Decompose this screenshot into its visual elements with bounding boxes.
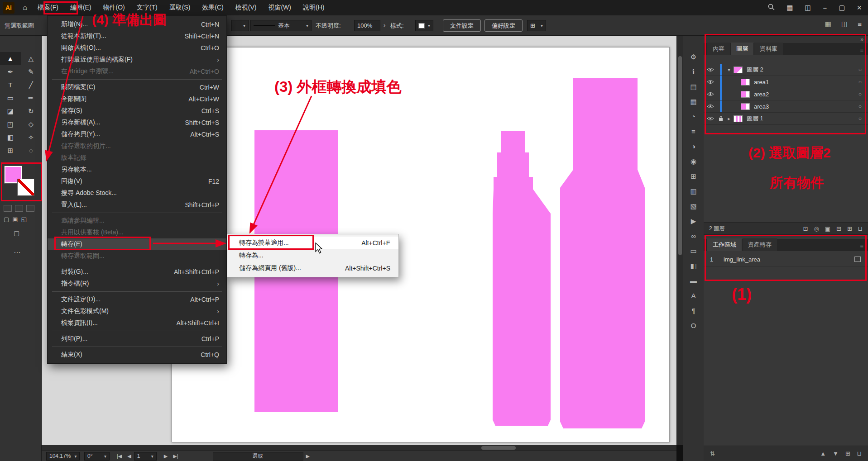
artboards-icon[interactable]: ▤ — [683, 79, 704, 94]
panel-menu-icon[interactable]: ≡ — [860, 47, 863, 55]
artboard-row[interactable]: 1 img_link_area — [704, 252, 868, 266]
file-menu-item[interactable]: 文件設定(D)... Alt+Ctrl+P — [48, 294, 226, 305]
line-segment-tool[interactable]: ╱ — [21, 78, 42, 91]
file-menu-item[interactable]: 另存範本... — [48, 164, 226, 176]
transparency-icon[interactable]: ◑ — [683, 139, 704, 154]
horizontal-scroll-thumb[interactable] — [481, 446, 516, 450]
file-menu-item[interactable]: 另存新檔(A)... Shift+Ctrl+S — [48, 117, 226, 128]
close-icon[interactable]: × — [857, 3, 862, 13]
file-menu-item[interactable]: 儲存(S) Ctrl+S — [48, 105, 226, 117]
target-circle-icon[interactable]: ○ — [858, 115, 862, 122]
file-menu-item[interactable]: 指令檔(R) › — [48, 278, 226, 290]
home-icon[interactable]: ⌂ — [18, 4, 32, 12]
info-icon[interactable]: ℹ — [683, 64, 704, 79]
file-menu-item[interactable]: 檔案資訊(I)... Alt+Shift+Ctrl+I — [48, 317, 226, 329]
opacity-input[interactable]: 100% — [354, 20, 380, 31]
layer-name[interactable]: 圖層 1 — [747, 114, 763, 123]
submenu-item[interactable]: 儲存為網頁用 (舊版)... Alt+Shift+Ctrl+S — [227, 262, 398, 275]
paragraph-icon[interactable]: ¶ — [683, 303, 704, 318]
file-menu-item[interactable]: 打開最近使用過的檔案(F) › — [48, 54, 226, 66]
panel-layout-icon[interactable]: ◫ — [841, 20, 848, 28]
make-mask-icon[interactable]: ▣ — [825, 225, 830, 232]
visibility-eye-icon[interactable] — [704, 100, 717, 112]
object-thumbnail[interactable] — [741, 103, 750, 110]
file-menu-item[interactable]: 轉存(E) › — [48, 238, 226, 250]
eraser-tool[interactable]: ◪ — [0, 105, 21, 118]
stroke-icon[interactable]: ≡ — [683, 124, 704, 139]
vertical-scroll-thumb[interactable] — [678, 56, 682, 255]
artboard-number-dropdown[interactable]: 1 ▾ — [134, 452, 157, 461]
align-dropdown[interactable]: ⊞ ▾ — [527, 20, 546, 31]
target-circle-icon[interactable]: ○ — [858, 79, 862, 85]
layer-name[interactable]: 圖層 2 — [747, 66, 763, 74]
appearance-icon[interactable]: ▥ — [683, 184, 704, 199]
delete-layer-icon[interactable]: ⊔ — [858, 225, 863, 232]
edit-toolbar-button[interactable]: … — [14, 247, 22, 255]
tab-properties[interactable]: 內容 — [707, 43, 730, 55]
zoom-dropdown[interactable]: 104.17% ▾ — [46, 452, 80, 461]
collapsed-chevron-icon[interactable]: ▸ — [724, 116, 734, 122]
menu-item[interactable]: 效果(C) — [196, 0, 229, 15]
stroke-color-swatch[interactable] — [17, 179, 34, 196]
submenu-item[interactable]: 轉存為... — [227, 249, 398, 262]
variable-width-dropdown[interactable]: ▾ — [231, 20, 249, 31]
target-circle-icon[interactable]: ○ — [858, 67, 862, 73]
zoom-tool[interactable]: ◌ — [21, 144, 42, 157]
file-menu-item[interactable]: 回復(V) F12 — [48, 176, 226, 187]
bottle-shape-large[interactable] — [560, 78, 645, 428]
visibility-eye-icon[interactable] — [704, 76, 717, 88]
delete-artboard-icon[interactable]: ⊔ — [857, 450, 862, 457]
swatches-icon[interactable]: ◧ — [683, 258, 704, 273]
reorder-icon[interactable]: ⇅ — [710, 450, 715, 457]
target-circle-icon[interactable]: ○ — [858, 103, 862, 109]
color-fill-icon[interactable] — [4, 205, 12, 212]
brush-definition-dropdown[interactable]: 基本 ▾ — [250, 20, 312, 31]
screen-icon[interactable]: ▭ — [683, 243, 704, 258]
menu-item[interactable]: 視窗(W) — [262, 0, 297, 15]
submenu-item[interactable]: 轉存為螢幕適用... Alt+Ctrl+E — [227, 237, 398, 249]
artboard-page-icon[interactable] — [854, 257, 861, 262]
layer-selection-column[interactable] — [717, 88, 724, 100]
expand-chevron-icon[interactable]: ▾ — [724, 67, 734, 73]
file-menu-item[interactable]: 共用以供審核 (Beta)... — [48, 227, 226, 238]
file-menu-item[interactable]: 開啟舊檔(O)... Ctrl+O — [48, 42, 226, 54]
target-circle-icon[interactable]: ○ — [858, 91, 862, 97]
file-menu-item[interactable]: 搜尋 Adobe Stock... — [48, 187, 226, 199]
panel-menu-icon[interactable]: ≡ — [860, 242, 863, 251]
actions-icon[interactable]: ▶ — [683, 214, 704, 228]
collect-for-export-icon[interactable]: ⊡ — [803, 225, 808, 232]
gradient-fill-icon[interactable] — [15, 205, 23, 212]
object-thumbnail[interactable] — [741, 79, 750, 86]
file-menu-item[interactable]: 邀請參與編輯... — [48, 215, 226, 227]
file-menu-item[interactable]: 列印(P)... Ctrl+P — [48, 333, 226, 345]
eyedropper-tool[interactable]: ✧ — [21, 131, 42, 144]
object-name[interactable]: area1 — [754, 79, 769, 86]
opacity-stepper[interactable]: › — [384, 22, 385, 29]
next-artboard-icon[interactable]: ▶ — [164, 453, 168, 459]
layer-row[interactable]: area2 ○ — [704, 88, 868, 100]
curvature-tool[interactable]: ✎ — [21, 65, 42, 78]
menu-item[interactable]: 檔案(F) — [32, 0, 64, 15]
grid-icon[interactable]: ▦ — [825, 20, 831, 28]
file-menu-item[interactable]: 轉存選取範圍... — [48, 250, 226, 262]
draw-inside-icon[interactable]: ◱ — [21, 216, 27, 223]
layer-row[interactable]: ▸ 圖層 1 ○ — [704, 113, 868, 125]
artboard-tool[interactable]: ⊞ — [0, 144, 21, 157]
type-tool[interactable]: T — [0, 78, 21, 91]
gradient-tool[interactable]: ◧ — [0, 131, 21, 144]
file-menu-item[interactable]: 文件色彩模式(M) › — [48, 305, 226, 317]
tab-layers[interactable]: 圖層 — [731, 43, 753, 55]
menu-item[interactable]: 說明(H) — [297, 0, 330, 15]
opentype-icon[interactable]: O — [683, 318, 704, 333]
tab-artboards[interactable]: 工作區域 — [707, 238, 742, 251]
file-menu-item[interactable]: 封裝(G)... Alt+Shift+Ctrl+P — [48, 266, 226, 278]
screen-mode-button[interactable]: ▢ — [14, 229, 19, 237]
scale-tool[interactable]: ◰ — [0, 118, 21, 131]
rotation-dropdown[interactable]: 0° ▾ — [84, 452, 110, 461]
last-artboard-icon[interactable]: ▶| — [173, 453, 178, 459]
hamburger-menu-icon[interactable]: ≡ — [858, 20, 862, 28]
graphic-styles-icon[interactable]: ▧ — [683, 199, 704, 214]
layer-thumbnail[interactable] — [734, 115, 743, 122]
pattern-icon[interactable]: ⊞ — [683, 169, 704, 184]
links-icon[interactable]: ∞ — [683, 228, 704, 243]
